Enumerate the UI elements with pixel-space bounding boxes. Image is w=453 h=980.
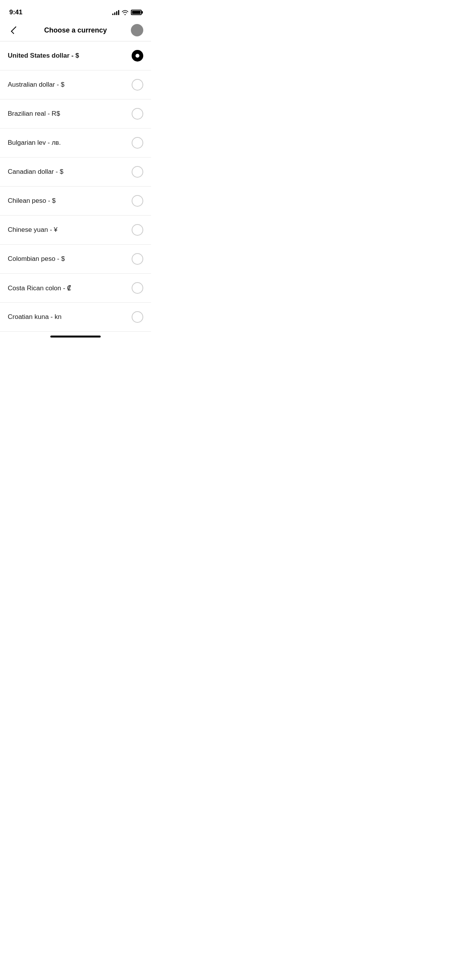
radio-cad[interactable] xyxy=(132,166,143,178)
currency-label-aud: Australian dollar - $ xyxy=(8,81,64,89)
page-title: Choose a currency xyxy=(20,26,131,34)
radio-crc[interactable] xyxy=(132,282,143,294)
currency-item-cad[interactable]: Canadian dollar - $ xyxy=(0,158,151,187)
status-icons xyxy=(112,10,142,15)
currency-item-usd[interactable]: United States dollar - $ xyxy=(0,41,151,70)
currency-label-hrk: Croatian kuna - kn xyxy=(8,313,62,321)
status-time: 9:41 xyxy=(9,9,22,16)
currency-item-aud[interactable]: Australian dollar - $ xyxy=(0,70,151,99)
currency-label-cny: Chinese yuan - ¥ xyxy=(8,226,58,234)
status-bar: 9:41 xyxy=(0,0,151,19)
battery-icon xyxy=(131,10,142,15)
radio-bgn[interactable] xyxy=(132,137,143,149)
radio-aud[interactable] xyxy=(132,79,143,91)
currency-list: United States dollar - $Australian dolla… xyxy=(0,41,151,332)
home-indicator-bar xyxy=(50,336,101,338)
currency-item-hrk[interactable]: Croatian kuna - kn xyxy=(0,303,151,332)
currency-item-cny[interactable]: Chinese yuan - ¥ xyxy=(0,216,151,245)
currency-item-crc[interactable]: Costa Rican colon - ₡ xyxy=(0,274,151,303)
signal-icon xyxy=(112,10,119,15)
radio-cop[interactable] xyxy=(132,253,143,265)
radio-usd[interactable] xyxy=(132,50,143,62)
wifi-icon xyxy=(122,10,129,15)
currency-label-crc: Costa Rican colon - ₡ xyxy=(8,284,71,292)
currency-label-cop: Colombian peso - $ xyxy=(8,255,65,263)
radio-inner-usd xyxy=(136,54,139,58)
currency-label-cad: Canadian dollar - $ xyxy=(8,168,63,176)
currency-label-brl: Brazilian real - R$ xyxy=(8,110,60,118)
currency-label-usd: United States dollar - $ xyxy=(8,52,79,60)
radio-brl[interactable] xyxy=(132,108,143,120)
radio-clp[interactable] xyxy=(132,195,143,207)
currency-label-bgn: Bulgarian lev - лв. xyxy=(8,139,61,147)
home-indicator xyxy=(0,332,151,341)
currency-item-bgn[interactable]: Bulgarian lev - лв. xyxy=(0,128,151,158)
radio-hrk[interactable] xyxy=(132,311,143,323)
back-button[interactable] xyxy=(8,24,20,36)
currency-item-brl[interactable]: Brazilian real - R$ xyxy=(0,99,151,128)
currency-item-cop[interactable]: Colombian peso - $ xyxy=(0,245,151,274)
currency-item-clp[interactable]: Chilean peso - $ xyxy=(0,187,151,216)
back-chevron-icon xyxy=(11,26,19,34)
currency-label-clp: Chilean peso - $ xyxy=(8,197,56,205)
radio-cny[interactable] xyxy=(132,224,143,236)
nav-right-button[interactable] xyxy=(131,24,143,36)
nav-header: Choose a currency xyxy=(0,19,151,41)
